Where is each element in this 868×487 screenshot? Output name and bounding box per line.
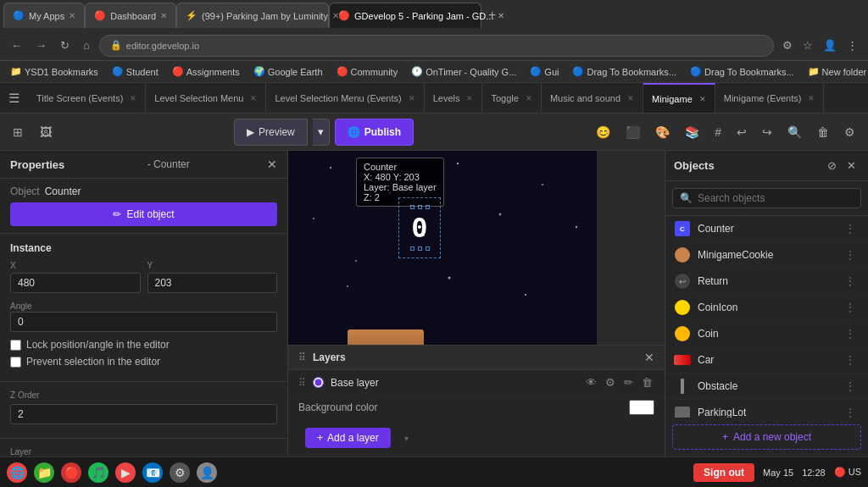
- layer-edit-button[interactable]: ✏: [622, 374, 635, 390]
- y-input[interactable]: [147, 273, 278, 293]
- browser-tab-dashboard[interactable]: 🔴 Dashboard ✕: [85, 3, 176, 28]
- extensions-icon[interactable]: ⚙: [779, 36, 796, 54]
- preview-dropdown-button[interactable]: ▾: [313, 119, 330, 146]
- grid-view-button[interactable]: ⊞: [7, 121, 29, 143]
- x-input[interactable]: [10, 273, 141, 293]
- scene-button[interactable]: 🖼: [34, 121, 58, 143]
- hamburger-menu[interactable]: ☰: [0, 91, 28, 106]
- back-button[interactable]: ←: [7, 36, 26, 54]
- settings-icon[interactable]: ⚙: [170, 462, 190, 483]
- files-icon[interactable]: 📁: [34, 462, 54, 483]
- object-item-parkinglot[interactable]: ParkingLot ⋮: [665, 400, 868, 418]
- layers-btn[interactable]: 📚: [679, 121, 705, 143]
- object-item-return[interactable]: ↩ Return ⋮: [665, 268, 868, 295]
- edit-object-button[interactable]: ✏ Edit object: [10, 202, 277, 226]
- base-layer-radio[interactable]: [313, 377, 324, 388]
- undo-btn[interactable]: ↩: [731, 121, 753, 143]
- parkinglot-more-button[interactable]: ⋮: [841, 404, 860, 418]
- return-more-button[interactable]: ⋮: [841, 273, 860, 290]
- app-tab-minigame-events[interactable]: Minigame (Events) ✕: [715, 83, 825, 113]
- app-tab-levels[interactable]: Levels ✕: [425, 83, 483, 113]
- obstacle-more-button[interactable]: ⋮: [841, 378, 860, 395]
- youtube-icon[interactable]: ▶: [115, 462, 136, 483]
- app-tab-level-selection-events[interactable]: Level Selection Menu (Events) ✕: [266, 83, 424, 113]
- object-item-coinicon[interactable]: CoinIcon ⋮: [665, 295, 868, 321]
- object-item-cookie[interactable]: MinigameCookie ⋮: [665, 242, 868, 268]
- objects-btn[interactable]: ⬛: [620, 121, 646, 143]
- app-tab-toggle[interactable]: Toggle ✕: [482, 83, 541, 113]
- bookmark-assignments[interactable]: 🔴 Assignments: [169, 65, 243, 78]
- car-more-button[interactable]: ⋮: [841, 351, 860, 368]
- bookmark-earth[interactable]: 🌍 Google Earth: [250, 65, 326, 78]
- reload-button[interactable]: ↻: [56, 36, 74, 54]
- app-tab-title-screen-events[interactable]: Title Screen (Events) ✕: [28, 83, 146, 113]
- address-bar[interactable]: 🔒 editor.gdevelop.io: [99, 35, 774, 57]
- close-tab-icon[interactable]: ✕: [627, 94, 634, 102]
- z-order-input[interactable]: [10, 404, 277, 424]
- object-item-obstacle[interactable]: Obstacle ⋮: [665, 374, 868, 400]
- close-objects-button[interactable]: ✕: [843, 158, 860, 174]
- bookmark-ysd1[interactable]: 📁 YSD1 Bookmarks: [7, 65, 102, 78]
- smiley-icon-btn[interactable]: 😊: [590, 121, 616, 143]
- angle-input[interactable]: [10, 312, 277, 332]
- zoom-in-btn[interactable]: 🔍: [782, 121, 808, 143]
- filter-objects-button[interactable]: ⊘: [824, 158, 840, 174]
- coin-more-button[interactable]: ⋮: [841, 325, 860, 342]
- app-tab-minigame[interactable]: Minigame ✕: [643, 83, 715, 113]
- layer-drag-handle[interactable]: ⠿: [298, 377, 306, 389]
- bookmark-gui[interactable]: 🔵 Gui: [526, 65, 562, 78]
- bookmark-ontimer[interactable]: 🕐 OnTimer - Quality G...: [408, 65, 520, 78]
- add-layer-button[interactable]: + Add a layer: [305, 428, 391, 448]
- preview-button[interactable]: ▶ Preview: [234, 119, 308, 146]
- layer-settings-button[interactable]: ⚙: [604, 374, 617, 390]
- parking-close[interactable]: ✕: [332, 11, 339, 20]
- grid-btn[interactable]: #: [709, 121, 727, 143]
- star-icon[interactable]: ☆: [799, 36, 816, 54]
- cookie-more-button[interactable]: ⋮: [841, 246, 860, 263]
- user-icon[interactable]: 👤: [197, 462, 217, 483]
- app-tab-level-selection[interactable]: Level Selection Menu ✕: [146, 83, 266, 113]
- account-icon[interactable]: 👤: [820, 36, 840, 54]
- dashboard-close[interactable]: ✕: [160, 11, 167, 20]
- close-tab-icon[interactable]: ✕: [250, 94, 257, 102]
- close-tab-icon[interactable]: ✕: [526, 94, 532, 102]
- layer-visibility-button[interactable]: 👁: [584, 374, 598, 390]
- trash-btn[interactable]: 🗑: [811, 121, 835, 143]
- close-tab-icon[interactable]: ✕: [808, 94, 815, 102]
- paint-btn[interactable]: 🎨: [649, 121, 676, 143]
- add-new-object-button[interactable]: + Add a new object: [672, 424, 861, 450]
- close-tab-icon[interactable]: ✕: [699, 95, 706, 103]
- forward-button[interactable]: →: [31, 36, 51, 54]
- settings-btn[interactable]: ⚙: [838, 121, 861, 143]
- bg-color-swatch[interactable]: [629, 400, 654, 415]
- coinicon-more-button[interactable]: ⋮: [841, 299, 860, 316]
- prevent-selection-checkbox[interactable]: [10, 357, 21, 368]
- bookmark-drag2[interactable]: 🔵 Drag To Bookmarks...: [687, 65, 798, 78]
- gdevelop-close[interactable]: ✕: [498, 11, 504, 20]
- outlook-icon[interactable]: 📧: [142, 462, 163, 483]
- object-item-counter[interactable]: C Counter ⋮: [665, 216, 868, 242]
- dropdown-arrow-icon[interactable]: ▾: [404, 434, 409, 443]
- chrome-icon[interactable]: 🌐: [7, 462, 27, 483]
- counter-object[interactable]: 0: [398, 197, 441, 258]
- layer-delete-button[interactable]: 🗑: [640, 374, 654, 390]
- sign-out-button[interactable]: Sign out: [693, 463, 754, 482]
- publish-button[interactable]: 🌐 Publish: [335, 119, 414, 146]
- browser-tab-myapps[interactable]: 🔵 My Apps ✕: [3, 3, 85, 28]
- properties-close-button[interactable]: ✕: [267, 158, 277, 171]
- more-icon[interactable]: ⋮: [843, 36, 861, 54]
- close-tab-icon[interactable]: ✕: [130, 94, 136, 102]
- lock-position-checkbox[interactable]: [10, 340, 21, 351]
- home-button[interactable]: ⌂: [79, 36, 94, 54]
- browser-tab-gdevelop[interactable]: 🔴 GDevelop 5 - Parking Jam - GD... ✕: [329, 3, 481, 28]
- canvas-area[interactable]: Counter X: 480 Y: 203 Layer: Base layer …: [288, 151, 665, 457]
- app-tab-music[interactable]: Music and sound ✕: [542, 83, 643, 113]
- red-app-icon[interactable]: 🔴: [61, 462, 81, 483]
- close-tab-icon[interactable]: ✕: [409, 94, 415, 102]
- close-tab-icon[interactable]: ✕: [466, 94, 473, 102]
- object-item-coin[interactable]: Coin ⋮: [665, 321, 868, 347]
- layers-drag-handle[interactable]: ⠿: [298, 351, 306, 363]
- bookmark-folder[interactable]: 📁 New folder: [804, 65, 868, 78]
- search-input[interactable]: [698, 192, 854, 204]
- layers-close-button[interactable]: ✕: [644, 351, 654, 364]
